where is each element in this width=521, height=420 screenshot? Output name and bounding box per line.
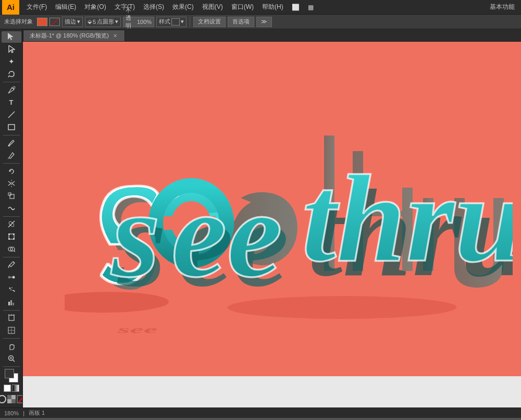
slice-tool[interactable] [2,325,21,336]
menu-edit[interactable]: 编辑(E) [51,0,80,15]
pen-tool[interactable] [2,84,21,96]
svg-point-28 [11,287,13,288]
menu-select[interactable]: 选择(S) [139,0,168,15]
svg-text:s: s [110,165,160,303]
svg-text:thru: thru [302,149,513,288]
svg-rect-32 [13,303,14,305]
svg-text:see: see [117,325,158,335]
stroke-label: 描边 [65,18,76,26]
stroke-arrow: ▾ [77,18,80,25]
stroke-dropdown[interactable]: 描边 ▾ [62,17,83,27]
tool-sep-7 [3,338,20,339]
menu-icon2[interactable]: ▦ [304,0,318,15]
svg-rect-33 [9,315,14,320]
doc-settings-btn[interactable]: 文档设置 [193,17,226,27]
svg-rect-15 [8,233,10,235]
menu-items: 文件(F) 编辑(E) 对象(O) 文字(T) 选择(S) 效果(C) 视图(V… [22,0,490,15]
canvas-area: 未标题-1* @ 180% (RGB/预览) ✕ [23,29,521,407]
svg-line-2 [8,76,9,77]
rotate-tool[interactable] [2,166,21,177]
svg-rect-16 [13,233,15,235]
free-transform-tool[interactable] [2,231,21,242]
style-dropdown[interactable]: 样式 ▾ [156,17,187,27]
foreground-swatch[interactable] [5,369,14,378]
menu-icon1[interactable]: ⬜ [288,0,304,15]
workspace-label: 基本功能 [490,3,519,11]
type-tool[interactable]: T [2,97,21,108]
reflect-tool[interactable] [2,178,21,190]
svg-line-41 [13,360,15,362]
svg-point-6 [8,145,10,146]
tool-sep-2 [3,135,20,135]
svg-rect-17 [8,238,10,240]
toolbar-sep1 [190,17,190,27]
rect-tool[interactable] [2,121,21,133]
shape-builder-tool[interactable] [2,243,21,255]
eyedropper-tool[interactable] [2,260,21,271]
svg-point-23 [13,262,14,263]
svg-point-25 [12,276,15,279]
tool-sep-8 [3,366,20,367]
tool-sep-4 [3,216,20,217]
zoom-tool[interactable] [2,353,21,364]
fg-bg-swatches[interactable] [5,369,18,382]
preferences-btn[interactable]: 首选项 [228,17,254,27]
control-toolbar: 未选择对象 描边 ▾ ⬙ 5 点圆形 ▾ 不透明度 100% 样式 ▾ 文档设置… [0,15,521,29]
artboard-tool[interactable] [2,312,21,324]
column-graph-tool[interactable] [2,297,21,308]
svg-marker-8 [9,170,11,172]
tool-sep-5 [3,257,20,257]
zoom-display: 180% [4,410,19,416]
extra-btn[interactable]: ≫ [256,17,272,27]
symbol-sprayer-tool[interactable] [2,284,21,295]
ai-logo: Ai [2,0,19,15]
magic-wand-tool[interactable]: ✦ [2,56,21,67]
menu-window[interactable]: 窗口(W) [227,0,258,15]
menu-help[interactable]: 帮助(H) [258,0,288,15]
menu-effect[interactable]: 效果(C) [168,0,198,15]
warp-tool[interactable] [2,203,21,214]
no-selection-label: 未选择对象 [2,18,35,26]
illustration-canvas[interactable]: s ee thru s ee thru s [23,42,521,407]
line-tool[interactable] [2,109,21,120]
lasso-tool[interactable] [2,68,21,80]
pencil-tool[interactable] [2,150,21,161]
paintbrush-tool[interactable] [2,138,21,149]
menu-file[interactable]: 文件(F) [22,0,51,15]
tool-sep-1 [3,82,20,82]
status-bar: 180% | 画板 1 [0,407,521,418]
svg-line-21 [14,251,15,252]
gradient-btn[interactable] [7,395,16,403]
artboard-info: 画板 1 [29,409,45,417]
width-tool[interactable] [2,219,21,230]
brush-size-dropdown[interactable]: ⬙ 5 点圆形 ▾ [85,17,121,27]
direct-select-tool[interactable] [2,44,21,55]
style-label: 样式 [159,18,170,26]
opacity-value: 100% [137,19,152,25]
svg-line-7 [8,158,9,159]
color-swatches [0,369,23,405]
tool-sep-3 [3,163,20,164]
scale-tool[interactable] [2,190,21,202]
menu-object[interactable]: 对象(O) [80,0,110,15]
fill-swatch[interactable] [37,18,47,26]
tab-close-btn[interactable]: ✕ [112,33,118,39]
select-tool[interactable] [2,31,21,43]
svg-text:ee: ee [171,165,282,303]
blend-tool[interactable] [2,271,21,283]
document-tab[interactable]: 未标题-1* @ 180% (RGB/预览) ✕ [23,30,125,41]
status-separator: | [23,410,24,416]
color-mode-btn[interactable] [0,395,6,403]
svg-point-24 [8,276,10,279]
menu-view[interactable]: 视图(V) [198,0,227,15]
opacity-container: 不透明度 100% [123,17,154,27]
svg-line-22 [8,265,9,268]
stroke-swatch[interactable] [49,18,60,26]
svg-line-4 [8,112,15,118]
swap-colors[interactable] [12,385,19,392]
none-btn[interactable] [17,395,23,403]
hand-tool[interactable] [2,341,21,352]
menu-bar: Ai 文件(F) 编辑(E) 对象(O) 文字(T) 选择(S) 效果(C) 视… [0,0,521,15]
reset-colors[interactable] [4,385,11,392]
svg-rect-5 [8,125,15,130]
